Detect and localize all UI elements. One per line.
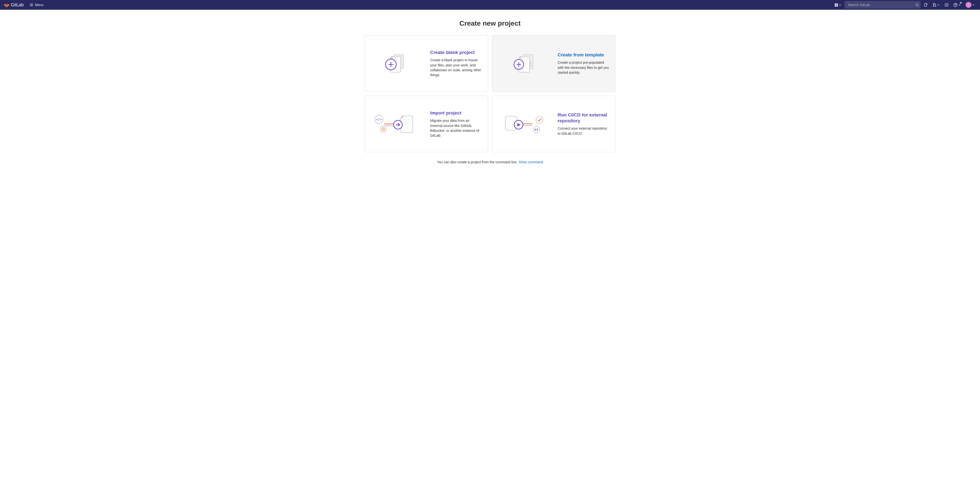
card-desc: Create a project pre-populated with the … [558, 60, 609, 75]
svg-point-4 [916, 3, 918, 6]
todos-button[interactable] [943, 2, 950, 8]
notification-dot-icon [960, 2, 962, 4]
svg-text:</>: </> [376, 118, 382, 121]
brand-text: GitLab [11, 2, 24, 8]
help-dropdown[interactable] [952, 2, 962, 8]
chevron-down-icon [937, 4, 940, 6]
search-wrap [845, 1, 920, 8]
main-menu-button[interactable]: Menu [28, 2, 45, 8]
create-dropdown[interactable] [833, 2, 843, 8]
merge-requests-dropdown[interactable] [931, 2, 941, 8]
svg-point-9 [935, 6, 936, 6]
search-input[interactable] [845, 1, 920, 8]
svg-point-36 [536, 116, 543, 124]
card-desc: Connect your external repository to GitL… [558, 126, 609, 136]
plus-square-icon [835, 3, 838, 7]
card-create-from-template[interactable]: Create from template Create a project pr… [492, 35, 616, 92]
user-avatar-icon [966, 2, 972, 8]
card-import-project[interactable]: </> Import project Migrate your data fro… [364, 96, 488, 152]
merge-request-icon [932, 3, 937, 7]
svg-line-5 [918, 6, 918, 6]
show-command-link[interactable]: Show command [519, 160, 543, 164]
todo-icon [945, 3, 948, 7]
blank-project-illustration [371, 51, 424, 76]
chevron-down-icon [972, 4, 975, 6]
card-desc: Migrate your data from an external sourc… [430, 118, 482, 138]
card-title: Create from template [558, 52, 609, 58]
svg-point-8 [933, 6, 934, 6]
card-desc: Create a blank project to house your fil… [430, 57, 482, 77]
top-navbar: GitLab Menu [0, 0, 980, 10]
card-title: Run CI/CD for external repository [558, 112, 609, 124]
chevron-down-icon [958, 4, 961, 6]
card-run-cicd-external[interactable]: Run CI/CD for external repository Connec… [492, 96, 616, 152]
menu-label: Menu [35, 3, 43, 7]
help-icon [953, 3, 958, 7]
project-option-grid: Create blank project Create a blank proj… [364, 35, 616, 152]
footer-text: You can also create a project from the c… [437, 160, 519, 164]
brand-link[interactable]: GitLab [4, 2, 24, 8]
template-illustration [498, 51, 552, 76]
svg-point-7 [933, 3, 934, 5]
card-title: Import project [430, 110, 482, 116]
command-line-footer: You can also create a project from the c… [364, 160, 616, 164]
hamburger-icon [30, 3, 33, 7]
page-title: Create new project [364, 19, 616, 27]
import-illustration: </> [371, 111, 424, 137]
svg-point-37 [533, 126, 540, 133]
card-create-blank-project[interactable]: Create blank project Create a blank proj… [364, 35, 488, 92]
user-menu[interactable] [964, 0, 976, 9]
gitlab-logo-icon [4, 2, 9, 8]
issues-button[interactable] [923, 2, 929, 8]
issue-icon [924, 3, 928, 7]
cicd-illustration [498, 111, 552, 137]
chevron-down-icon [839, 4, 841, 6]
svg-rect-6 [924, 3, 927, 6]
svg-point-28 [383, 129, 384, 130]
card-title: Create blank project [430, 49, 482, 56]
search-icon[interactable] [915, 3, 919, 7]
